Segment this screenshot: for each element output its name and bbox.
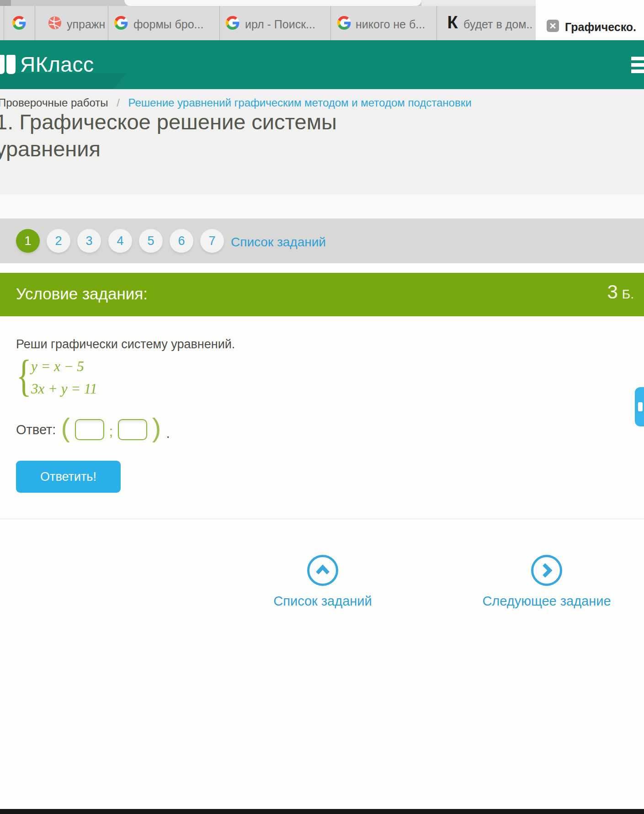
task-instruction: Реши графически систему уравнений.	[16, 337, 235, 351]
task-body: Реши графически систему уравнений. { y =…	[0, 316, 644, 519]
screen: упражн формы бро... ирл - Поиск... никог…	[0, 0, 644, 814]
tab-divider	[108, 6, 108, 40]
hamburger-menu-icon[interactable]	[631, 57, 644, 75]
feedback-tab-glyph-icon	[638, 402, 643, 411]
footer-nav-area: Список заданий Следующее задание	[0, 519, 644, 809]
breadcrumb-separator: /	[117, 96, 120, 109]
chevron-right-icon	[533, 557, 560, 584]
task-number-nav: 1 2 3 4 5 6 7 Список заданий	[0, 218, 644, 263]
browser-tab[interactable]: формы бро...	[133, 18, 216, 31]
open-paren: (	[61, 415, 69, 440]
next-task-button[interactable]	[531, 555, 562, 586]
chevron-up-icon	[309, 557, 336, 584]
breadcrumb: Проверочные работы / Решение уравнений г…	[0, 96, 472, 109]
google-favicon-icon[interactable]	[226, 16, 240, 30]
tab-divider	[219, 6, 220, 40]
task-number-6[interactable]: 6	[170, 229, 193, 253]
answer-input-x[interactable]	[75, 419, 104, 440]
browser-tab[interactable]: никого не б...	[356, 18, 432, 31]
answer-period: .	[166, 426, 170, 441]
tab-divider	[35, 6, 35, 40]
browser-tab[interactable]: ирл - Поиск...	[245, 18, 326, 31]
gray-close-favicon-icon	[547, 20, 559, 32]
omnibox-bottom	[124, 0, 421, 6]
equation-2: 3x + y = 11	[31, 379, 97, 399]
system-brace: {	[16, 353, 32, 399]
google-favicon-icon[interactable]	[337, 16, 351, 30]
close-paren: )	[152, 415, 161, 440]
feedback-side-tab[interactable]	[635, 387, 644, 426]
task-number-2[interactable]: 2	[47, 229, 70, 253]
google-favicon-icon[interactable]	[114, 16, 128, 30]
pink-ball-favicon-icon[interactable]	[48, 16, 62, 30]
task-number-5[interactable]: 5	[139, 229, 163, 253]
tab-divider	[4, 6, 4, 40]
bottom-bar	[0, 809, 644, 814]
answer-label: Ответ:	[16, 422, 56, 437]
yaklass-logo[interactable]: ЯКласс	[20, 52, 94, 77]
book-logo-icon[interactable]	[0, 54, 17, 77]
condition-header: Условие задания: 3 Б.	[0, 273, 644, 316]
tab-divider	[330, 6, 331, 40]
browser-tab-active[interactable]: Графическо.	[536, 0, 644, 40]
equation-1: y = x − 5	[31, 357, 97, 376]
next-task-link[interactable]: Следующее задание	[478, 594, 615, 609]
breadcrumb-section[interactable]: Проверочные работы	[0, 96, 108, 109]
answer-row: Ответ: ( ; ) .	[16, 416, 170, 443]
spacer-band	[0, 263, 644, 273]
task-number-7[interactable]: 7	[200, 229, 224, 253]
answer-input-y[interactable]	[118, 419, 147, 440]
page-title: 1. Графическое решение системы уравнения	[0, 108, 337, 162]
page-head-area: Проверочные работы / Решение уравнений г…	[0, 89, 644, 194]
browser-tab[interactable]: упражн	[67, 18, 108, 31]
task-list-bottom-link[interactable]: Список заданий	[254, 594, 391, 609]
letter-k-favicon-icon[interactable]: К	[446, 12, 459, 32]
condition-label: Условие задания:	[16, 285, 148, 303]
answer-separator: ;	[109, 424, 113, 439]
breadcrumb-current-link[interactable]: Решение уравнений графическим методом и …	[128, 96, 471, 109]
task-number-3[interactable]: 3	[77, 229, 101, 253]
active-tab-title: Графическо.	[565, 21, 642, 34]
task-number-1[interactable]: 1	[16, 229, 40, 253]
google-favicon-icon[interactable]	[12, 16, 26, 30]
tab-divider	[436, 6, 437, 40]
submit-button[interactable]: Ответить!	[16, 461, 121, 493]
task-list-link[interactable]: Список заданий	[231, 235, 326, 250]
points-badge: 3 Б.	[607, 281, 634, 303]
spacer-band	[0, 194, 644, 218]
task-list-up-button[interactable]	[307, 555, 338, 586]
topstrip-left	[0, 0, 11, 6]
task-number-4[interactable]: 4	[108, 229, 132, 253]
site-header: ЯКласс	[0, 40, 644, 89]
browser-tab[interactable]: будет в дом...	[463, 18, 532, 31]
